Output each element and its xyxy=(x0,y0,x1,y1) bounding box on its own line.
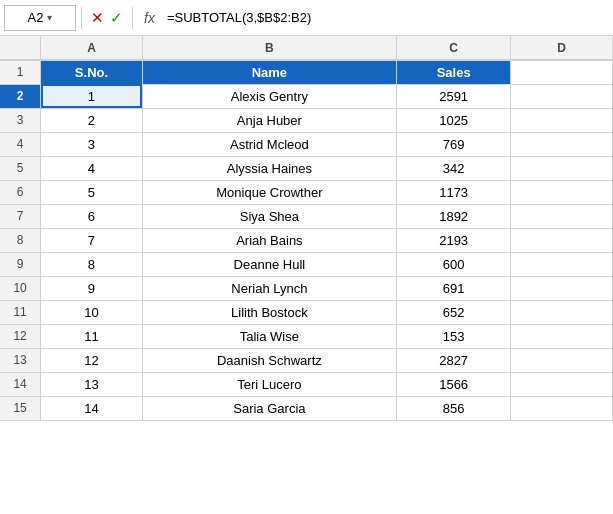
cell-b14[interactable]: Teri Lucero xyxy=(142,372,396,396)
table-row: 12 11 Talia Wise 153 xyxy=(0,324,613,348)
cell-d11[interactable] xyxy=(511,300,613,324)
cell-c5[interactable]: 342 xyxy=(396,156,510,180)
row-num-14: 14 xyxy=(0,372,41,396)
formula-bar-divider xyxy=(81,7,82,29)
row-num-7: 7 xyxy=(0,204,41,228)
col-header-a[interactable]: A xyxy=(41,36,143,60)
cell-d13[interactable] xyxy=(511,348,613,372)
cell-d10[interactable] xyxy=(511,276,613,300)
cell-d4[interactable] xyxy=(511,132,613,156)
table-row: 7 6 Siya Shea 1892 xyxy=(0,204,613,228)
cell-b7[interactable]: Siya Shea xyxy=(142,204,396,228)
cell-a2[interactable]: 1 xyxy=(41,84,143,108)
cell-c15[interactable]: 856 xyxy=(396,396,510,420)
table-row: 13 12 Daanish Schwartz 2827 xyxy=(0,348,613,372)
cell-b5[interactable]: Alyssia Haines xyxy=(142,156,396,180)
cell-a11[interactable]: 10 xyxy=(41,300,143,324)
cell-c7[interactable]: 1892 xyxy=(396,204,510,228)
cell-a10[interactable]: 9 xyxy=(41,276,143,300)
cell-c3[interactable]: 1025 xyxy=(396,108,510,132)
row-num-6: 6 xyxy=(0,180,41,204)
col-header-d[interactable]: D xyxy=(511,36,613,60)
cell-b8[interactable]: Ariah Bains xyxy=(142,228,396,252)
cell-c2[interactable]: 2591 xyxy=(396,84,510,108)
cell-a8[interactable]: 7 xyxy=(41,228,143,252)
spreadsheet-table: A B C D 1 S.No. Name Sales 2 1 Alexis Ge… xyxy=(0,36,613,421)
cell-b9[interactable]: Deanne Hull xyxy=(142,252,396,276)
table-row: 6 5 Monique Crowther 1173 xyxy=(0,180,613,204)
cell-a4[interactable]: 3 xyxy=(41,132,143,156)
cell-reference-box[interactable]: A2 ▾ xyxy=(4,5,76,31)
cell-a13[interactable]: 12 xyxy=(41,348,143,372)
col-header-b[interactable]: B xyxy=(142,36,396,60)
row-num-9: 9 xyxy=(0,252,41,276)
cell-a3[interactable]: 2 xyxy=(41,108,143,132)
cell-d9[interactable] xyxy=(511,252,613,276)
table-row: 4 3 Astrid Mcleod 769 xyxy=(0,132,613,156)
cell-d14[interactable] xyxy=(511,372,613,396)
cell-a6[interactable]: 5 xyxy=(41,180,143,204)
cell-d12[interactable] xyxy=(511,324,613,348)
row-num-12: 12 xyxy=(0,324,41,348)
cell-b2[interactable]: Alexis Gentry xyxy=(142,84,396,108)
corner-cell xyxy=(0,36,41,60)
cell-c13[interactable]: 2827 xyxy=(396,348,510,372)
table-row: 2 1 Alexis Gentry 2591 xyxy=(0,84,613,108)
fx-label: fx xyxy=(138,10,161,26)
cell-b12[interactable]: Talia Wise xyxy=(142,324,396,348)
cell-d5[interactable] xyxy=(511,156,613,180)
formula-bar-divider2 xyxy=(132,7,133,29)
row-num-2: 2 xyxy=(0,84,41,108)
cell-b6[interactable]: Monique Crowther xyxy=(142,180,396,204)
cell-a15[interactable]: 14 xyxy=(41,396,143,420)
cell-a1[interactable]: S.No. xyxy=(41,60,143,84)
cell-c10[interactable]: 691 xyxy=(396,276,510,300)
cell-c6[interactable]: 1173 xyxy=(396,180,510,204)
cell-d6[interactable] xyxy=(511,180,613,204)
cell-d7[interactable] xyxy=(511,204,613,228)
cell-a7[interactable]: 6 xyxy=(41,204,143,228)
confirm-icon[interactable]: ✓ xyxy=(110,9,123,27)
cell-d15[interactable] xyxy=(511,396,613,420)
cell-a5[interactable]: 4 xyxy=(41,156,143,180)
cell-d3[interactable] xyxy=(511,108,613,132)
cell-b4[interactable]: Astrid Mcleod xyxy=(142,132,396,156)
cell-ref-chevron-icon[interactable]: ▾ xyxy=(47,5,52,31)
cell-b1[interactable]: Name xyxy=(142,60,396,84)
column-header-row: A B C D xyxy=(0,36,613,60)
table-row: 10 9 Neriah Lynch 691 xyxy=(0,276,613,300)
row-num-15: 15 xyxy=(0,396,41,420)
cancel-icon[interactable]: ✕ xyxy=(91,9,104,27)
table-row: 14 13 Teri Lucero 1566 xyxy=(0,372,613,396)
cell-d1[interactable] xyxy=(511,60,613,84)
cell-reference-text: A2 xyxy=(28,5,44,31)
row-num-4: 4 xyxy=(0,132,41,156)
cell-c9[interactable]: 600 xyxy=(396,252,510,276)
table-row: 8 7 Ariah Bains 2193 xyxy=(0,228,613,252)
cell-a9[interactable]: 8 xyxy=(41,252,143,276)
cell-c4[interactable]: 769 xyxy=(396,132,510,156)
formula-bar: A2 ▾ ✕ ✓ fx xyxy=(0,0,613,36)
cell-a14[interactable]: 13 xyxy=(41,372,143,396)
cell-b15[interactable]: Saria Garcia xyxy=(142,396,396,420)
cell-b11[interactable]: Lilith Bostock xyxy=(142,300,396,324)
cell-a12[interactable]: 11 xyxy=(41,324,143,348)
cell-d2[interactable] xyxy=(511,84,613,108)
cell-c14[interactable]: 1566 xyxy=(396,372,510,396)
row-num-1: 1 xyxy=(0,60,41,84)
cell-c8[interactable]: 2193 xyxy=(396,228,510,252)
col-header-c[interactable]: C xyxy=(396,36,510,60)
cell-b3[interactable]: Anja Huber xyxy=(142,108,396,132)
formula-input[interactable] xyxy=(163,5,609,31)
cell-c1[interactable]: Sales xyxy=(396,60,510,84)
row-num-5: 5 xyxy=(0,156,41,180)
cell-d8[interactable] xyxy=(511,228,613,252)
cell-c12[interactable]: 153 xyxy=(396,324,510,348)
table-row: 5 4 Alyssia Haines 342 xyxy=(0,156,613,180)
table-row: 9 8 Deanne Hull 600 xyxy=(0,252,613,276)
cell-b10[interactable]: Neriah Lynch xyxy=(142,276,396,300)
header-data-row: 1 S.No. Name Sales xyxy=(0,60,613,84)
table-row: 15 14 Saria Garcia 856 xyxy=(0,396,613,420)
cell-c11[interactable]: 652 xyxy=(396,300,510,324)
cell-b13[interactable]: Daanish Schwartz xyxy=(142,348,396,372)
